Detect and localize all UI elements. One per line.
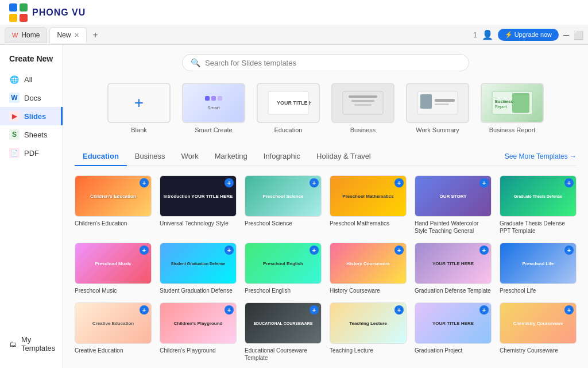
see-more-link[interactable]: See More Templates → <box>505 152 577 160</box>
grid-card-6[interactable]: + Graduate Thesis Defense Graduate Thesi… <box>500 175 577 235</box>
tab-new-close[interactable]: ✕ <box>74 32 79 39</box>
cat-tab-education-label: Education <box>83 152 119 160</box>
smart-create-label: Smart Create <box>195 126 232 133</box>
docs-icon: W <box>9 93 20 103</box>
sidebar-item-pdf[interactable]: 📄 PDF <box>0 144 63 162</box>
search-bar[interactable]: 🔍 <box>182 54 469 71</box>
grid-label-9: Preschool English <box>245 287 322 294</box>
svg-rect-2 <box>9 14 17 22</box>
minimize-button[interactable]: ─ <box>563 30 569 40</box>
see-more-label: See More Templates → <box>505 152 577 160</box>
smart-create-thumb: Smart <box>182 83 245 123</box>
grid-label-11: Graduation Defense Template <box>415 287 492 294</box>
svg-rect-8 <box>351 100 374 102</box>
template-business[interactable]: Business <box>331 83 394 133</box>
svg-rect-7 <box>349 95 377 98</box>
svg-rect-0 <box>9 3 17 12</box>
upgrade-label: ⚡ Upgrade now <box>505 31 552 39</box>
new-tab-button[interactable]: + <box>89 30 101 40</box>
template-grid: + Children's Education Children's Educat… <box>75 175 577 362</box>
grid-card-2[interactable]: + Introduction YOUR TITLE HERE Universal… <box>160 175 237 235</box>
grid-thumb-16: + Teaching Lecture <box>330 302 407 344</box>
grid-thumb-8: + Student Graduation Defense <box>160 243 237 284</box>
cat-tab-marketing[interactable]: Marketing <box>207 147 256 166</box>
profile-icon[interactable]: 👤 <box>482 29 493 40</box>
grid-thumb-18: + Chemistry Courseware <box>500 302 577 344</box>
business-report-label: Business Report <box>489 126 536 133</box>
grid-label-1: Children's Education <box>75 220 152 227</box>
sidebar: Create New 🌐 All W Docs ▶ Slides S Sheet… <box>0 45 63 368</box>
grid-card-17[interactable]: + YOUR TITLE HERE Graduation Project <box>415 302 492 362</box>
grid-card-13[interactable]: + Creative Education Creative Education <box>75 302 152 362</box>
template-blank[interactable]: + Blank <box>107 83 171 133</box>
template-work-summary[interactable]: Work Summary <box>406 83 469 133</box>
grid-label-3: Preschool Science <box>245 220 322 227</box>
tab-new[interactable]: New ✕ <box>49 27 87 43</box>
grid-label-12: Preschool Life <box>500 287 577 294</box>
sidebar-item-slides[interactable]: ▶ Slides <box>0 107 63 125</box>
grid-thumb-12: + Preschool Life <box>500 243 577 284</box>
sc-label-inner: Smart <box>207 105 219 110</box>
category-tabs: Education Business Work Marketing Infogr… <box>75 147 577 166</box>
sidebar-item-docs[interactable]: W Docs <box>0 89 63 107</box>
cat-tab-infographic[interactable]: Infographic <box>256 147 308 166</box>
grid-thumb-3: + Preschool Science <box>245 175 322 217</box>
grid-card-12[interactable]: + Preschool Life Preschool Life <box>500 243 577 294</box>
grid-card-9[interactable]: + Preschool English Preschool English <box>245 243 322 294</box>
sidebar-title: Create New <box>0 52 63 70</box>
my-templates-icon: 🗂 <box>9 339 17 349</box>
plus-badge-18: + <box>564 305 574 315</box>
grid-card-18[interactable]: + Chemistry Courseware Chemistry Coursew… <box>500 302 577 362</box>
smart-create-dots <box>205 96 222 101</box>
blank-plus-icon: + <box>134 94 144 112</box>
tab-home[interactable]: W Home <box>5 27 47 43</box>
grid-card-7[interactable]: + Preschool Music Preschool Music <box>75 243 152 294</box>
grid-card-3[interactable]: + Preschool Science Preschool Science <box>245 175 322 235</box>
svg-rect-3 <box>20 14 28 22</box>
summary-thumb <box>406 83 469 123</box>
grid-card-5[interactable]: + OUR STORY Hand Painted Watercolor Styl… <box>415 175 492 235</box>
grid-card-8[interactable]: + Student Graduation Defense Student Gra… <box>160 243 237 294</box>
svg-text:YOUR TITLE HERE: YOUR TITLE HERE <box>277 100 311 106</box>
grid-label-7: Preschool Music <box>75 287 152 294</box>
cat-tab-business[interactable]: Business <box>127 147 173 166</box>
grid-card-10[interactable]: + History Courseware History Courseware <box>330 243 407 294</box>
education-label: Education <box>274 126 303 133</box>
plus-badge-7: + <box>140 246 149 255</box>
quick-templates-row: + Blank Smart Smart Create <box>75 83 577 133</box>
grid-label-17: Graduation Project <box>415 347 492 354</box>
grid-thumb-14: + Children's Playground <box>160 302 237 344</box>
plus-badge-15: + <box>310 305 319 315</box>
sidebar-item-all[interactable]: 🌐 All <box>0 70 63 89</box>
template-smart-create[interactable]: Smart Smart Create <box>182 83 245 133</box>
grid-card-11[interactable]: + YOUR TITLE HERE Graduation Defense Tem… <box>415 243 492 294</box>
tab-new-label: New <box>57 31 71 39</box>
grid-card-14[interactable]: + Children's Playground Children's Playg… <box>160 302 237 362</box>
grid-card-4[interactable]: + Preschool Mathematics Preschool Mathem… <box>330 175 407 235</box>
sidebar-label-slides: Slides <box>24 112 46 121</box>
sidebar-item-sheets[interactable]: S Sheets <box>0 125 63 144</box>
cat-tab-education[interactable]: Education <box>75 147 127 166</box>
grid-card-1[interactable]: + Children's Education Children's Educat… <box>75 175 152 235</box>
cat-tab-infographic-label: Infographic <box>264 152 300 160</box>
svg-rect-11 <box>420 94 432 109</box>
restore-button[interactable]: ⬜ <box>574 30 583 40</box>
cat-tab-holiday[interactable]: Holiday & Travel <box>308 147 379 166</box>
template-education[interactable]: YOUR TITLE HERE Education <box>257 83 320 133</box>
search-icon: 🔍 <box>191 58 200 67</box>
search-input[interactable] <box>205 59 461 67</box>
sidebar-item-my-templates[interactable]: 🗂 My Templates <box>0 331 63 356</box>
grid-thumb-9: + Preschool English <box>245 243 322 284</box>
template-business-report[interactable]: Business Report Business Report <box>481 83 544 133</box>
sidebar-label-sheets: Sheets <box>24 131 47 139</box>
grid-card-16[interactable]: + Teaching Lecture Teaching Lecture <box>330 302 407 362</box>
upgrade-button[interactable]: ⚡ Upgrade now <box>498 29 559 41</box>
grid-label-8: Student Graduation Defense <box>160 287 237 294</box>
tab-count: 1 <box>473 31 477 39</box>
cat-tab-work[interactable]: Work <box>173 147 207 166</box>
cat-tab-holiday-label: Holiday & Travel <box>316 152 371 160</box>
grid-card-15[interactable]: + EDUCATIONAL COURSEWARE Educational Cou… <box>245 302 322 362</box>
svg-rect-6 <box>343 91 383 114</box>
plus-badge-3: + <box>310 178 319 187</box>
browser-actions: 1 👤 ⚡ Upgrade now ─ ⬜ <box>473 29 583 41</box>
